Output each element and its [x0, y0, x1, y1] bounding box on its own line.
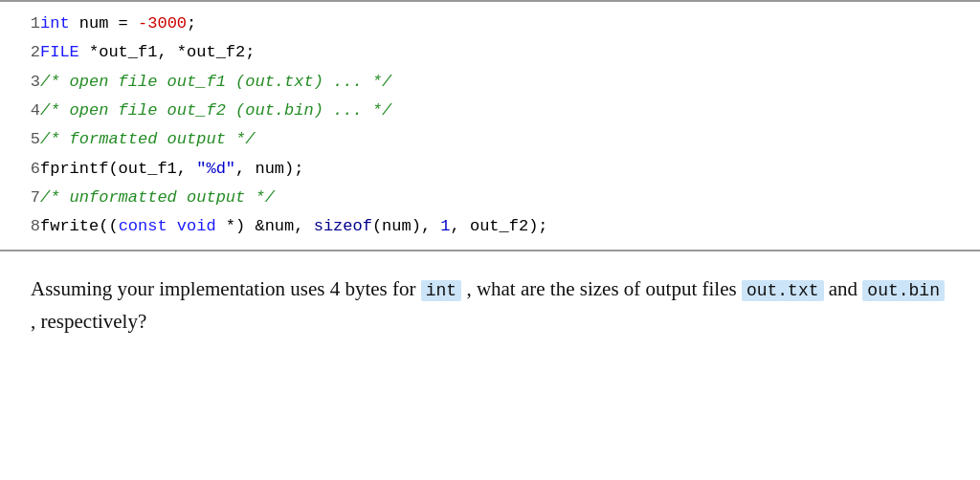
code-token: /* unformatted output */	[40, 188, 275, 207]
line-number: 6	[0, 155, 40, 184]
line-number: 7	[0, 184, 40, 212]
main-container: 1int num = -3000;2FILE *out_f1, *out_f2;…	[0, 0, 980, 480]
inline-code-outbin: out.bin	[862, 280, 945, 301]
question-text-middle: , what are the sizes of output files	[466, 277, 742, 300]
code-table: 1int num = -3000;2FILE *out_f1, *out_f2;…	[0, 10, 980, 242]
code-token: int	[40, 14, 70, 33]
line-number: 4	[0, 97, 40, 125]
code-token: num =	[70, 14, 138, 33]
code-token: FILE	[40, 43, 79, 61]
line-code: /* unformatted output */	[40, 184, 980, 212]
code-token: , num);	[235, 160, 303, 178]
line-code: /* open file out_f2 (out.bin) ... */	[40, 97, 980, 125]
code-token: *out_f1, *out_f2;	[79, 43, 256, 61]
code-row: 5/* formatted output */	[0, 125, 980, 154]
code-row: 8fwrite((const void *) &num, sizeof(num)…	[0, 212, 980, 241]
code-section: 1int num = -3000;2FILE *out_f1, *out_f2;…	[0, 0, 980, 251]
question-text-and: and	[829, 277, 863, 300]
line-code: fprintf(out_f1, "%d", num);	[40, 155, 980, 184]
code-token: -3000	[138, 14, 187, 33]
line-code: /* formatted output */	[40, 125, 980, 154]
code-token: "%d"	[196, 160, 235, 178]
code-token: /* formatted output */	[40, 130, 255, 148]
code-token: 1	[440, 217, 450, 235]
line-number: 1	[0, 10, 40, 38]
question-text-after: , respectively?	[31, 310, 146, 333]
line-number: 5	[0, 125, 40, 154]
line-code: FILE *out_f1, *out_f2;	[40, 38, 980, 67]
code-token: void	[177, 217, 216, 235]
inline-code-outtxt: out.txt	[742, 280, 824, 301]
line-code: int num = -3000;	[40, 10, 980, 38]
code-token: (num),	[372, 217, 440, 235]
code-token: fwrite((	[40, 217, 119, 235]
question-section: Assuming your implementation uses 4 byte…	[0, 251, 980, 354]
line-number: 8	[0, 212, 40, 241]
code-token: ;	[187, 14, 196, 33]
code-row: 4/* open file out_f2 (out.bin) ... */	[0, 97, 980, 125]
code-token	[167, 217, 177, 235]
code-token: sizeof	[314, 217, 372, 235]
code-row: 7/* unformatted output */	[0, 184, 980, 212]
inline-code-int: int	[421, 280, 461, 301]
code-token: fprintf(out_f1,	[40, 160, 196, 178]
code-token: , out_f2);	[451, 217, 548, 235]
code-token: /* open file out_f2 (out.bin) ... */	[40, 101, 391, 120]
code-token: /* open file out_f1 (out.txt) ... */	[40, 73, 391, 91]
code-token: const	[119, 217, 167, 235]
line-code: /* open file out_f1 (out.txt) ... */	[40, 68, 980, 97]
code-row: 2FILE *out_f1, *out_f2;	[0, 38, 980, 67]
line-number: 2	[0, 38, 40, 67]
code-row: 3/* open file out_f1 (out.txt) ... */	[0, 68, 980, 97]
code-row: 1int num = -3000;	[0, 10, 980, 38]
code-row: 6fprintf(out_f1, "%d", num);	[0, 155, 980, 184]
line-number: 3	[0, 68, 40, 97]
line-code: fwrite((const void *) &num, sizeof(num),…	[40, 212, 980, 241]
code-token: *) &num,	[216, 217, 314, 235]
question-text-before: Assuming your implementation uses 4 byte…	[31, 277, 421, 300]
